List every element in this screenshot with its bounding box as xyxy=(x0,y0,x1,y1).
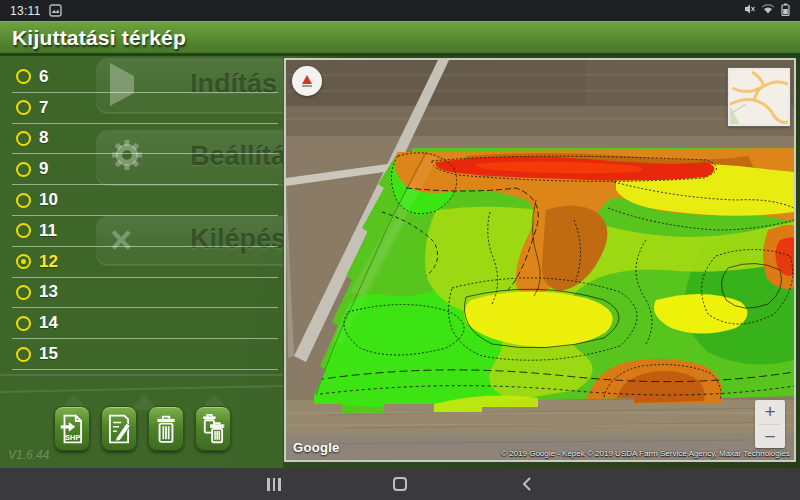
rate-option-13[interactable]: 13 xyxy=(12,278,278,309)
rate-option-label: 8 xyxy=(39,128,48,148)
rate-option-9[interactable]: 9 xyxy=(12,154,278,185)
rate-option-15[interactable]: 15 xyxy=(12,339,278,370)
rate-list: 6789101112131415 xyxy=(0,62,283,370)
radio-selected-icon xyxy=(16,254,31,269)
radio-icon xyxy=(16,193,31,208)
android-nav-bar xyxy=(0,468,800,500)
rate-option-label: 10 xyxy=(39,190,58,210)
wifi-icon xyxy=(761,3,775,18)
screenshot-notification-icon xyxy=(49,4,62,17)
rate-option-7[interactable]: 7 xyxy=(12,93,278,124)
rate-option-label: 15 xyxy=(39,344,58,364)
version-label: V1.6.44 xyxy=(8,448,49,462)
google-logo: Google xyxy=(293,440,340,455)
edit-icon xyxy=(106,414,132,444)
rate-option-label: 9 xyxy=(39,159,48,179)
content-area: Indítás Beállítások xyxy=(0,56,800,468)
overview-inset-map[interactable] xyxy=(728,68,790,126)
radio-icon xyxy=(16,162,31,177)
rate-panel: Indítás Beállítások xyxy=(0,56,283,468)
toolbar: SHP xyxy=(54,406,231,451)
compass-button[interactable] xyxy=(292,66,322,96)
radio-icon xyxy=(16,131,31,146)
svg-text:SHP: SHP xyxy=(65,433,80,442)
compass-base-icon xyxy=(302,85,312,87)
map-view[interactable]: + − Google © 2019 Google - Képek © 2019 … xyxy=(284,58,796,462)
delete-button[interactable] xyxy=(148,406,184,451)
radio-icon xyxy=(16,347,31,362)
recents-icon xyxy=(267,478,281,491)
status-bar: 13:11 xyxy=(0,0,800,21)
background-decoration xyxy=(0,385,283,393)
radio-icon xyxy=(16,316,31,331)
home-button[interactable] xyxy=(380,471,420,497)
radio-icon xyxy=(16,69,31,84)
rate-option-label: 7 xyxy=(39,98,48,118)
compass-needle-icon xyxy=(302,75,312,84)
zoom-control: + − xyxy=(755,400,785,448)
rate-option-11[interactable]: 11 xyxy=(12,216,278,247)
rate-option-label: 6 xyxy=(39,67,48,87)
rate-option-12[interactable]: 12 xyxy=(12,247,278,278)
app-screen: 13:11 Kijuttatási térkép Indítás xyxy=(0,0,800,500)
home-icon xyxy=(393,477,407,491)
rate-option-label: 12 xyxy=(39,252,58,272)
page-title: Kijuttatási térkép xyxy=(0,26,186,50)
rate-option-label: 14 xyxy=(39,313,58,333)
delete-all-button[interactable] xyxy=(195,406,231,451)
edit-button[interactable] xyxy=(101,406,137,451)
radio-icon xyxy=(16,223,31,238)
radio-icon xyxy=(16,100,31,115)
shp-file-icon: SHP xyxy=(59,414,85,444)
mute-icon xyxy=(743,3,755,18)
background-decoration xyxy=(0,374,283,376)
rate-option-8[interactable]: 8 xyxy=(12,124,278,155)
back-icon xyxy=(521,476,532,492)
trash-icon xyxy=(153,414,179,444)
inset-roads-icon xyxy=(730,70,788,124)
trash-all-icon xyxy=(200,414,226,444)
map-attribution: © 2019 Google - Képek © 2019 USDA Farm S… xyxy=(501,449,790,458)
rate-option-14[interactable]: 14 xyxy=(12,308,278,339)
recents-button[interactable] xyxy=(254,471,294,497)
rate-option-label: 11 xyxy=(39,221,57,241)
rate-option-label: 13 xyxy=(39,282,58,302)
prescription-map-overlay xyxy=(286,60,794,460)
rate-option-6[interactable]: 6 xyxy=(12,62,278,93)
zoom-in-button[interactable]: + xyxy=(755,400,785,424)
clock: 13:11 xyxy=(10,4,41,18)
back-button[interactable] xyxy=(506,471,546,497)
zoom-out-button[interactable]: − xyxy=(755,425,785,449)
title-bar: Kijuttatási térkép xyxy=(0,21,800,56)
export-shp-button[interactable]: SHP xyxy=(54,406,90,451)
battery-icon xyxy=(781,3,790,19)
radio-icon xyxy=(16,285,31,300)
rate-option-10[interactable]: 10 xyxy=(12,185,278,216)
